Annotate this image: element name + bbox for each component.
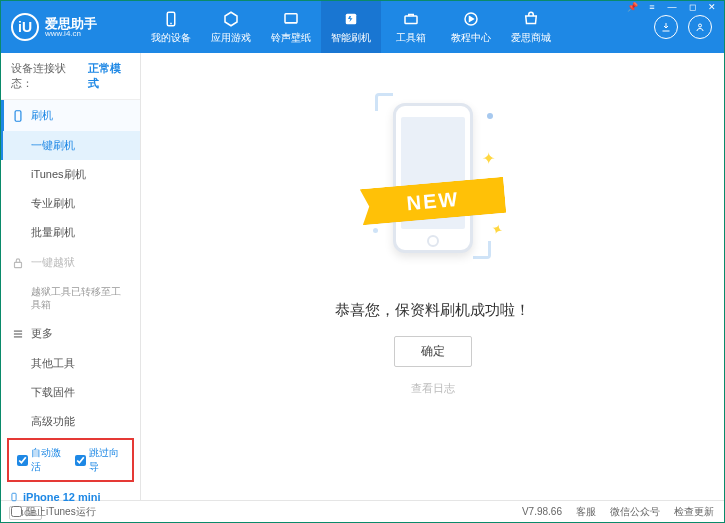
sidebar-item-other-tools[interactable]: 其他工具 (1, 349, 140, 378)
lock-icon (11, 256, 25, 270)
logo-url: www.i4.cn (45, 30, 97, 38)
svg-rect-12 (12, 493, 16, 501)
customer-service-link[interactable]: 客服 (576, 505, 596, 519)
list-icon (11, 327, 25, 341)
tab-devices[interactable]: 我的设备 (141, 1, 201, 53)
svg-rect-4 (405, 16, 417, 24)
section-label: 一键越狱 (31, 255, 75, 270)
checkbox-input[interactable] (75, 455, 86, 466)
checkbox-label: 自动激活 (31, 446, 67, 474)
app-header: iU 爱思助手 www.i4.cn 我的设备 应用游戏 铃声壁纸 智能刷机 工具… (1, 1, 724, 53)
sidebar-item-batch-flash[interactable]: 批量刷机 (1, 218, 140, 247)
window-controls: 📌 ≡ — ◻ ✕ (625, 2, 719, 12)
checkbox-input[interactable] (17, 455, 28, 466)
pin-icon[interactable]: 📌 (625, 2, 639, 12)
checkbox-input[interactable] (11, 506, 22, 517)
section-jailbreak[interactable]: 一键越狱 (1, 247, 140, 278)
tab-label: 我的设备 (151, 31, 191, 45)
version-label: V7.98.66 (522, 506, 562, 517)
tab-apps[interactable]: 应用游戏 (201, 1, 261, 53)
new-ribbon: NEW (359, 177, 506, 225)
checkbox-label: 跳过向导 (89, 446, 125, 474)
device-name: iPhone 12 mini (9, 490, 132, 504)
account-button[interactable] (688, 15, 712, 39)
section-flash[interactable]: 刷机 (1, 100, 140, 131)
check-update-link[interactable]: 检查更新 (674, 505, 714, 519)
main-content: ✦ ✦ NEW 恭喜您，保资料刷机成功啦！ 确定 查看日志 (141, 53, 724, 500)
sidebar: 设备连接状态： 正常模式 刷机 一键刷机 iTunes刷机 专业刷机 批量刷机 … (1, 53, 141, 500)
wechat-link[interactable]: 微信公众号 (610, 505, 660, 519)
svg-rect-2 (285, 13, 297, 22)
options-row: 自动激活 跳过向导 (7, 438, 134, 482)
jailbreak-note: 越狱工具已转移至工具箱 (1, 278, 140, 318)
toolbox-icon (402, 10, 420, 28)
checkbox-label: 阻止iTunes运行 (26, 505, 96, 519)
view-log-link[interactable]: 查看日志 (411, 381, 455, 396)
minimize-icon[interactable]: — (665, 2, 679, 12)
success-message: 恭喜您，保资料刷机成功啦！ (335, 301, 530, 320)
maximize-icon[interactable]: ◻ (685, 2, 699, 12)
nav-tabs: 我的设备 应用游戏 铃声壁纸 智能刷机 工具箱 教程中心 爱思商城 (141, 1, 654, 53)
phone-small-icon (11, 109, 25, 123)
success-illustration: ✦ ✦ NEW (373, 93, 493, 283)
tab-label: 工具箱 (396, 31, 426, 45)
confirm-button[interactable]: 确定 (394, 336, 472, 367)
tab-tutorials[interactable]: 教程中心 (441, 1, 501, 53)
user-icon (694, 21, 706, 33)
status-label: 设备连接状态： (11, 61, 84, 91)
logo-area: iU 爱思助手 www.i4.cn (1, 13, 141, 41)
star-icon: ✦ (482, 149, 495, 168)
wallpaper-icon (282, 10, 300, 28)
close-icon[interactable]: ✕ (705, 2, 719, 12)
tab-toolbox[interactable]: 工具箱 (381, 1, 441, 53)
tab-label: 铃声壁纸 (271, 31, 311, 45)
tab-flash[interactable]: 智能刷机 (321, 1, 381, 53)
block-itunes-checkbox[interactable]: 阻止iTunes运行 (11, 505, 96, 519)
svg-rect-7 (15, 110, 21, 121)
phone-tiny-icon (9, 490, 19, 504)
tab-label: 爱思商城 (511, 31, 551, 45)
sidebar-item-itunes-flash[interactable]: iTunes刷机 (1, 160, 140, 189)
checkbox-auto-activate[interactable]: 自动激活 (17, 446, 67, 474)
tab-label: 应用游戏 (211, 31, 251, 45)
phone-icon (162, 10, 180, 28)
apps-icon (222, 10, 240, 28)
sidebar-item-oneclick-flash[interactable]: 一键刷机 (1, 131, 140, 160)
menu-icon[interactable]: ≡ (645, 2, 659, 12)
store-icon (522, 10, 540, 28)
sidebar-item-pro-flash[interactable]: 专业刷机 (1, 189, 140, 218)
connection-status: 设备连接状态： 正常模式 (1, 53, 140, 100)
tab-ringtones[interactable]: 铃声壁纸 (261, 1, 321, 53)
section-label: 更多 (31, 326, 53, 341)
download-icon (660, 21, 672, 33)
checkbox-skip-guide[interactable]: 跳过向导 (75, 446, 125, 474)
logo-icon: iU (11, 13, 39, 41)
flash-icon (342, 10, 360, 28)
tab-label: 教程中心 (451, 31, 491, 45)
svg-rect-8 (15, 262, 22, 267)
sidebar-item-download-firmware[interactable]: 下载固件 (1, 378, 140, 407)
tutorial-icon (462, 10, 480, 28)
section-label: 刷机 (31, 108, 53, 123)
logo-title: 爱思助手 (45, 17, 97, 30)
tab-store[interactable]: 爱思商城 (501, 1, 561, 53)
sidebar-item-advanced[interactable]: 高级功能 (1, 407, 140, 436)
svg-point-6 (699, 24, 702, 27)
section-more[interactable]: 更多 (1, 318, 140, 349)
star-icon: ✦ (488, 219, 505, 238)
status-value: 正常模式 (88, 61, 130, 91)
tab-label: 智能刷机 (331, 31, 371, 45)
download-button[interactable] (654, 15, 678, 39)
